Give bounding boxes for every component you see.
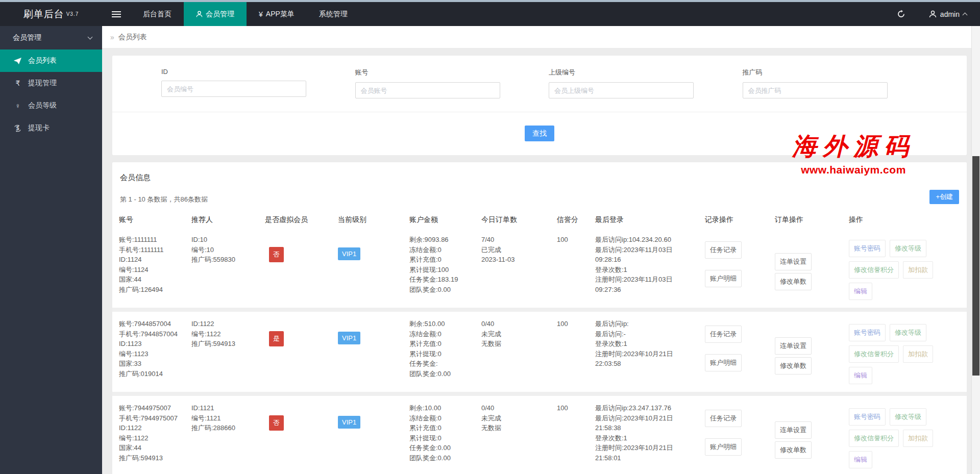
- add-deduct-button[interactable]: 加扣款: [903, 345, 933, 363]
- task-record-button[interactable]: 任务记录: [705, 410, 742, 427]
- edit-button[interactable]: 编辑: [849, 367, 872, 384]
- today-orders-cell-line: 未完成: [481, 329, 557, 339]
- header-right: admin: [887, 2, 980, 26]
- admin-menu[interactable]: admin: [916, 2, 980, 26]
- account-password-button[interactable]: 账号密码: [849, 324, 886, 341]
- account-password-button[interactable]: 账号密码: [849, 240, 886, 257]
- last-login-cell: 最后访问ip:104.234.20.60最后访问:2023年11月03日09:2…: [595, 235, 705, 300]
- account-detail-button[interactable]: 账户明细: [705, 354, 742, 371]
- field-input-4[interactable]: [743, 82, 888, 98]
- modify-order-count-button[interactable]: 修改单数: [775, 357, 812, 375]
- modify-level-button[interactable]: 修改等级: [890, 408, 926, 426]
- balance-cell-line: 任务奖金:: [409, 359, 481, 369]
- chain-order-button[interactable]: 连单设置: [775, 253, 812, 270]
- referrer-cell-line: 编号:10: [191, 245, 265, 255]
- balance-cell-line: 累计充值:0: [409, 423, 481, 433]
- balance-cell-line: 冻结金额:0: [409, 413, 481, 423]
- balance-cell-line: 累计充值:0: [409, 339, 481, 349]
- member-account-cell-line: 手机号:7944975007: [119, 413, 191, 423]
- nav-item-1[interactable]: 后台首页: [131, 2, 184, 26]
- search-field-4: 推广码: [743, 68, 937, 98]
- col-header-11: 操作: [849, 215, 960, 224]
- today-orders-cell: 0/40未完成无数据: [481, 319, 557, 384]
- level-cell: VIP1: [338, 403, 409, 468]
- table-row-1: 账号:1111111手机号:1111111ID:1124编号:1124国家:44…: [119, 228, 960, 308]
- send-icon: [14, 58, 22, 64]
- account-detail-button[interactable]: 账户明细: [705, 270, 742, 287]
- last-login-cell-line: 登录次数:1: [595, 433, 705, 443]
- sidebar-item-label: 提现卡: [28, 123, 50, 133]
- credit-score-cell-line: 100: [557, 235, 595, 245]
- member-account-cell-line: 编号:1123: [119, 349, 191, 359]
- col-header-5: 账户金额: [409, 215, 481, 224]
- today-orders-cell-line: 0/40: [481, 319, 557, 329]
- record-actions-cell: 任务记录账户明细: [705, 235, 775, 300]
- search-field-1: ID: [161, 68, 355, 98]
- sidebar-item-label: 提现管理: [28, 79, 57, 88]
- referrer-cell-line: 推广码:559830: [191, 255, 265, 265]
- nav-item-2[interactable]: 会员管理: [184, 2, 247, 26]
- row-separator: [112, 308, 967, 312]
- col-header-4: 当前级别: [338, 215, 409, 224]
- sidebar-group-member-management[interactable]: 会员管理: [0, 26, 102, 49]
- content-area: ID账号上级编号推广码 查找 会员信息 第 1 - 10 条数据，共86条数据 …: [102, 48, 980, 474]
- today-orders-cell: 0/40未完成无数据: [481, 403, 557, 468]
- add-deduct-button[interactable]: 加扣款: [903, 430, 933, 447]
- nav-item-3[interactable]: ¥APP菜单: [247, 2, 307, 26]
- account-detail-button[interactable]: 账户明细: [705, 438, 742, 456]
- actions-cell: 账号密码修改等级修改信誉积分加扣款编辑: [849, 235, 960, 300]
- task-record-button[interactable]: 任务记录: [705, 241, 742, 259]
- edit-button[interactable]: 编辑: [849, 283, 872, 300]
- balance-cell-line: 团队奖金:0.00: [409, 369, 481, 379]
- sidebar-item-2[interactable]: ₹提现管理: [0, 72, 102, 94]
- scrollbar-thumb[interactable]: [972, 156, 979, 376]
- modify-credit-button[interactable]: 修改信誉积分: [849, 430, 899, 447]
- level-badge: VIP1: [338, 332, 360, 344]
- balance-cell-line: 累计提现:0: [409, 433, 481, 443]
- referrer-cell-line: ID:1121: [191, 403, 265, 413]
- modify-order-count-button[interactable]: 修改单数: [775, 273, 812, 290]
- sidebar-item-3[interactable]: ♀会员等级: [0, 94, 102, 117]
- collapse-menu-button[interactable]: [102, 2, 131, 26]
- member-account-cell-line: 账号:1111111: [119, 235, 191, 245]
- field-input-3[interactable]: [549, 82, 694, 98]
- modify-level-button[interactable]: 修改等级: [890, 240, 926, 257]
- nav-item-4[interactable]: 系统管理: [307, 2, 360, 26]
- task-record-button[interactable]: 任务记录: [705, 326, 742, 343]
- member-account-cell-line: 手机号:1111111: [119, 245, 191, 255]
- modify-credit-button[interactable]: 修改信誉积分: [849, 345, 899, 363]
- refresh-button[interactable]: [887, 2, 916, 26]
- sidebar: 会员管理 会员列表₹提现管理♀会员等级$提现卡: [0, 26, 102, 474]
- today-orders-cell-line: 2023-11-03: [481, 255, 557, 265]
- add-deduct-button[interactable]: 加扣款: [903, 261, 933, 279]
- referrer-cell: ID:1121编号:1121推广码:288660: [191, 403, 265, 468]
- chain-order-button[interactable]: 连单设置: [775, 337, 812, 355]
- today-orders-cell: 7/40已完成2023-11-03: [481, 235, 557, 300]
- sidebar-item-1[interactable]: 会员列表: [0, 49, 102, 72]
- last-login-cell-line: 注册时间:2023年10月21日: [595, 349, 705, 359]
- edit-button[interactable]: 编辑: [849, 451, 872, 468]
- row-separator: [112, 392, 967, 396]
- credit-score-cell: 100: [557, 319, 595, 384]
- chain-order-button[interactable]: 连单设置: [775, 421, 812, 439]
- balance-cell-line: 任务奖金:183.19: [409, 275, 481, 285]
- modify-level-button[interactable]: 修改等级: [890, 324, 926, 341]
- sidebar-item-4[interactable]: $提现卡: [0, 117, 102, 139]
- col-header-7: 信誉分: [557, 215, 595, 224]
- last-login-cell-line: 登录次数:1: [595, 265, 705, 275]
- main-area: » 会员列表 ID账号上级编号推广码 查找 会员信息 第 1 - 10 条数据，…: [102, 26, 980, 474]
- member-account-cell-line: 国家:33: [119, 359, 191, 369]
- order-actions-cell: 连单设置修改单数: [775, 403, 849, 468]
- account-password-button[interactable]: 账号密码: [849, 408, 886, 426]
- balance-cell-line: 冻结金额:0: [409, 245, 481, 255]
- vertical-scrollbar[interactable]: [971, 26, 980, 474]
- search-button[interactable]: 查找: [525, 126, 554, 141]
- table-header-row: 账号推荐人是否虚拟会员当前级别账户金额今日订单数信誉分最后登录记录操作订单操作操…: [119, 204, 960, 228]
- field-input-2[interactable]: [355, 82, 500, 98]
- modify-order-count-button[interactable]: 修改单数: [775, 441, 812, 459]
- last-login-cell-line: 22:03:58: [595, 359, 705, 369]
- field-input-1[interactable]: [161, 81, 306, 97]
- modify-credit-button[interactable]: 修改信誉积分: [849, 261, 899, 279]
- create-member-button[interactable]: +创建: [929, 190, 959, 204]
- last-login-cell: 最后访问ip:23.247.137.76最后访问:2023年10月21日21:5…: [595, 403, 705, 468]
